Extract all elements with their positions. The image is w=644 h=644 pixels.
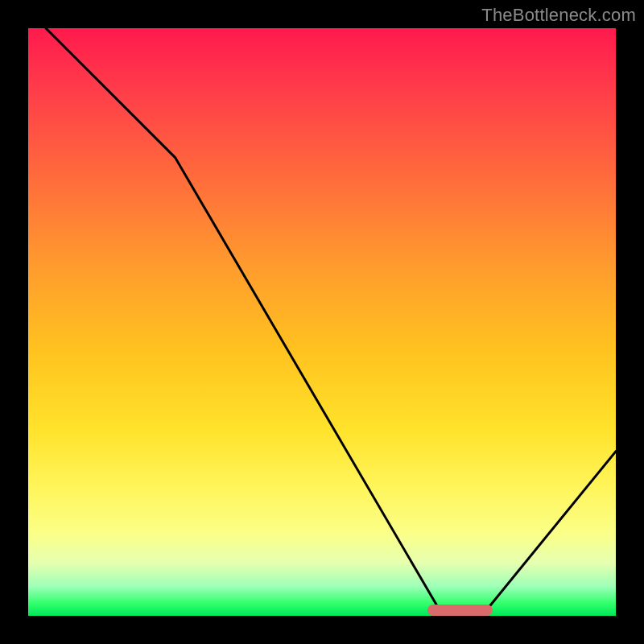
bottleneck-curve: [28, 28, 616, 616]
chart-frame: TheBottleneck.com: [0, 0, 644, 644]
plot-area: [28, 28, 616, 616]
optimal-marker: [427, 605, 492, 616]
watermark-label: TheBottleneck.com: [481, 5, 636, 26]
